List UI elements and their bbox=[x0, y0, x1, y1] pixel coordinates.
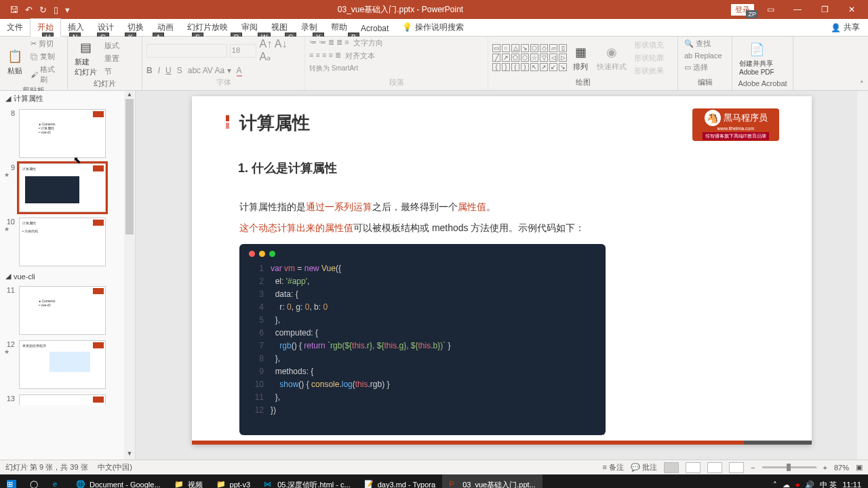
underline-button[interactable]: U bbox=[165, 66, 172, 77]
group-paragraph: ≔ ≔ ≣ ≣ ≡ 文字方向 ≡ ≡ ≡ ≡ ≣ 对齐文本 转换为 SmartA… bbox=[305, 37, 488, 90]
canvas-scrollbar[interactable] bbox=[857, 91, 868, 460]
brush-icon: 🖌 bbox=[31, 70, 38, 79]
window-title: 03_vue基础入门.pptx - PowerPoint bbox=[70, 4, 731, 16]
task-cortana[interactable]: ◯ bbox=[23, 474, 46, 488]
thumb-11[interactable]: 11 ● Contents• vue-cli bbox=[0, 283, 135, 338]
select-icon: ▭ bbox=[684, 63, 691, 72]
undo-icon[interactable]: ↶ bbox=[25, 5, 33, 15]
thumb-9[interactable]: 9★ 计算属性 bbox=[0, 161, 135, 215]
shapes-gallery[interactable]: ▭○△↘⬡◇▱▯ ╱↗⬠⬡☆▽◁▷ {}()↖↗↙↘ bbox=[492, 44, 567, 71]
paste-icon: 📋 bbox=[7, 48, 23, 64]
cut-icon: ✂ bbox=[31, 39, 37, 48]
styles-icon: ◉ bbox=[604, 44, 620, 60]
group-font: 18 A↑ A↓ Aₐ B I U S abc AV Aa ▾ A 字体 bbox=[142, 37, 305, 90]
task-folder[interactable]: 📁视频 bbox=[167, 474, 210, 488]
zoom-slider[interactable] bbox=[762, 466, 816, 468]
arrange-button[interactable]: ▦排列 bbox=[570, 43, 591, 73]
close-button[interactable]: ✕ bbox=[841, 5, 863, 14]
section-header[interactable]: ◢ 计算属性 bbox=[0, 91, 135, 106]
thumb-8[interactable]: 8 ● Contents• 计算属性• vue-cli bbox=[0, 106, 135, 161]
slide[interactable]: 计算属性 🐴黑马程序员 www.itheima.com 传智播客旗下高端IT教育… bbox=[192, 96, 812, 445]
normal-view-button[interactable] bbox=[664, 462, 679, 473]
qat-more-icon[interactable]: ▾ bbox=[65, 5, 70, 15]
layout-button[interactable]: 版式 bbox=[102, 40, 121, 52]
create-pdf-button[interactable]: 📄创建并共享 Adobe PDF bbox=[736, 40, 777, 77]
tray-cloud-icon[interactable]: ☁ bbox=[783, 481, 790, 489]
slide-title: 计算属性 bbox=[239, 111, 310, 135]
tray-record-icon[interactable]: ● bbox=[795, 481, 800, 488]
ribbon: 📋粘贴 ✂剪切 ⿻复制 🖌格式刷 剪贴板 ▤新建 幻灯片 版式 重置 节 幻灯片… bbox=[0, 37, 868, 91]
minimize-button[interactable]: — bbox=[787, 5, 808, 14]
task-folder2[interactable]: 📁ppt-v3 bbox=[210, 474, 258, 488]
slideshow-icon[interactable]: ▯ bbox=[54, 5, 58, 15]
paste-button[interactable]: 📋粘贴 bbox=[4, 47, 26, 77]
zoom-level[interactable]: 87% bbox=[834, 464, 849, 472]
logo: 🐴黑马程序员 www.itheima.com 传智播客旗下高端IT教育品牌 bbox=[692, 108, 779, 141]
section-button[interactable]: 节 bbox=[102, 66, 121, 77]
maximize-button[interactable]: ❐ bbox=[814, 5, 835, 14]
find-button[interactable]: 🔍查找 bbox=[682, 38, 728, 49]
slide-counter: 幻灯片 第 9 张，共 39 张 bbox=[5, 462, 88, 472]
task-powerpoint[interactable]: P03_vue基础入门.ppt... bbox=[442, 474, 542, 488]
tab-slideshow[interactable]: 幻灯片放映 bbox=[180, 19, 235, 36]
scroll-down-icon[interactable]: ▼ bbox=[124, 450, 135, 460]
tab-file[interactable]: 文件 bbox=[0, 19, 30, 36]
replace-icon: ab bbox=[684, 52, 692, 60]
ribbon-display-icon[interactable]: ▭ bbox=[760, 5, 781, 14]
tray-up-icon[interactable]: ˄ bbox=[773, 481, 777, 489]
fit-window-button[interactable]: ▣ bbox=[856, 463, 863, 472]
comments-button[interactable]: 💬 批注 bbox=[631, 462, 657, 472]
tray-time[interactable]: 11:11 bbox=[842, 481, 861, 488]
start-button[interactable]: ⊞ bbox=[0, 474, 23, 488]
tab-tellme[interactable]: 💡 操作说明搜索 bbox=[395, 19, 470, 36]
font-color-button[interactable]: A bbox=[237, 66, 242, 77]
tray-ime[interactable]: 中 英 bbox=[820, 480, 837, 489]
replace-button[interactable]: abReplace bbox=[682, 51, 728, 60]
save-icon[interactable]: 🖫 bbox=[9, 5, 18, 15]
shape-effects-button: 形状效果 bbox=[632, 65, 666, 77]
italic-button[interactable]: I bbox=[158, 66, 160, 77]
section-header-2[interactable]: ◢ vue-cli bbox=[0, 269, 135, 283]
group-adobe: 📄创建并共享 Adobe PDF Adobe Acrobat bbox=[732, 37, 793, 90]
slideshow-view-button[interactable] bbox=[729, 462, 744, 473]
notes-button[interactable]: ≡ 备注 bbox=[603, 462, 624, 472]
tray-sound-icon[interactable]: 🔊 bbox=[805, 481, 814, 489]
reset-button[interactable]: 重置 bbox=[102, 53, 121, 64]
bold-button[interactable]: B bbox=[146, 66, 153, 77]
arrange-icon: ▦ bbox=[572, 44, 589, 60]
select-button[interactable]: ▭选择 bbox=[682, 62, 728, 73]
taskbar: ⊞ ◯ e 🌐Document - Google... 📁视频 📁ppt-v3 … bbox=[0, 474, 868, 488]
new-slide-button[interactable]: ▤新建 幻灯片 bbox=[72, 38, 100, 79]
scroll-thumb[interactable] bbox=[125, 99, 134, 235]
group-clipboard: 📋粘贴 ✂剪切 ⿻复制 🖌格式刷 剪贴板 bbox=[0, 37, 68, 90]
bulb-icon: 💡 bbox=[402, 22, 412, 32]
format-painter-button[interactable]: 🖌格式刷 bbox=[28, 64, 63, 85]
task-typora[interactable]: 📝day3.md - Typora bbox=[357, 474, 442, 488]
sorter-view-button[interactable] bbox=[686, 462, 701, 473]
group-slides: ▤新建 幻灯片 版式 重置 节 幻灯片 bbox=[68, 37, 142, 90]
language-indicator[interactable]: 中文(中国) bbox=[98, 462, 132, 472]
redo-icon[interactable]: ↻ bbox=[39, 5, 47, 15]
copy-button[interactable]: ⿻复制 bbox=[28, 51, 63, 62]
thumb-12[interactable]: 12★ 单页面应用程序 bbox=[0, 338, 135, 392]
task-vscode[interactable]: ⋈05.深度侦听.html - c... bbox=[257, 474, 357, 488]
thumb-13[interactable]: 13 bbox=[0, 392, 135, 405]
zoom-out-button[interactable]: − bbox=[751, 464, 755, 472]
group-editing: 🔍查找 abReplace ▭选择 编辑 bbox=[678, 37, 732, 90]
cut-button[interactable]: ✂剪切 bbox=[28, 38, 63, 49]
login-button[interactable]: 登录ZP bbox=[731, 4, 754, 16]
thumb-scrollbar[interactable]: ▲ ▼ bbox=[124, 91, 135, 460]
task-chrome[interactable]: 🌐Document - Google... bbox=[69, 474, 167, 488]
quick-styles-button: ◉快速样式 bbox=[594, 43, 629, 73]
share-button[interactable]: 👤共享 bbox=[823, 19, 868, 36]
task-edge[interactable]: e bbox=[46, 474, 69, 488]
strike-button[interactable]: S bbox=[177, 66, 182, 77]
reading-view-button[interactable] bbox=[707, 462, 722, 473]
shape-fill-button: 形状填充 bbox=[632, 39, 666, 51]
collapse-ribbon-icon[interactable]: ˄ bbox=[860, 80, 864, 89]
tab-acrobat[interactable]: Acrobat bbox=[354, 21, 395, 36]
slide-panel: ◢ 计算属性 8 ● Contents• 计算属性• vue-cli 9★ 计算… bbox=[0, 91, 136, 460]
thumb-10[interactable]: 10★ 计算属性• 示例代码 bbox=[0, 215, 135, 269]
search-icon: 🔍 bbox=[684, 39, 694, 48]
zoom-in-button[interactable]: + bbox=[823, 464, 827, 472]
